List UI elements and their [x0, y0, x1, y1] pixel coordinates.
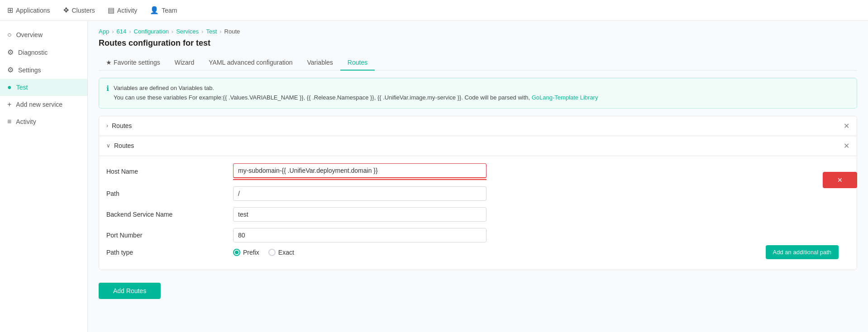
nav-clusters-label: Clusters: [72, 7, 95, 14]
tab-variables[interactable]: Variables: [300, 55, 340, 71]
page-title: Routes configuration for test: [99, 38, 857, 48]
red-x-button[interactable]: ✕: [823, 172, 857, 188]
chevron-right-icon: ›: [106, 123, 108, 129]
nav-clusters[interactable]: ❖ Clusters: [63, 4, 95, 16]
nav-activity[interactable]: ▤ Activity: [108, 4, 137, 16]
info-icon: ℹ: [106, 84, 109, 93]
sidebar-activity-icon: ≡: [7, 118, 11, 126]
radio-exact-label: Exact: [278, 249, 294, 256]
routes-container: › Routes ✕ ∨ Routes ✕: [99, 116, 857, 270]
routes-label-1: Routes: [112, 122, 132, 129]
sidebar-settings-label: Settings: [18, 66, 41, 74]
radio-prefix-circle: [233, 249, 240, 256]
breadcrumb-app[interactable]: App: [99, 28, 109, 35]
main-layout: ○ Overview ⚙ Diagnostic ⚙ Settings ● Tes…: [0, 21, 868, 332]
pathtype-row: Path type Prefix Exact: [106, 249, 849, 256]
backend-label: Backend Service Name: [106, 211, 233, 218]
path-input-wrap: [233, 186, 486, 201]
sidebar-item-overview[interactable]: ○ Overview: [0, 26, 87, 43]
radio-group: Prefix Exact: [233, 249, 486, 256]
backend-input[interactable]: [233, 207, 486, 222]
pathtype-label: Path type: [106, 249, 233, 256]
footer-row: Add Routes: [99, 277, 857, 304]
close-routes-1-button[interactable]: ✕: [844, 122, 849, 130]
settings-icon: ⚙: [7, 66, 14, 74]
path-input[interactable]: [233, 186, 486, 201]
sidebar-activity-label: Activity: [16, 118, 36, 125]
diagnostic-icon: ⚙: [7, 48, 14, 57]
applications-icon: ⊞: [7, 6, 13, 14]
radio-exact[interactable]: Exact: [268, 249, 294, 256]
sidebar-test-label: Test: [16, 84, 28, 91]
nav-applications-label: Applications: [16, 7, 50, 14]
tab-favorite-settings[interactable]: ★ Favorite settings: [99, 55, 167, 71]
tabs-bar: ★ Favorite settings Wizard YAML advanced…: [99, 55, 857, 71]
port-input[interactable]: [233, 228, 486, 242]
sidebar-item-diagnostic[interactable]: ⚙ Diagnostic: [0, 43, 87, 61]
sidebar-overview-label: Overview: [16, 31, 43, 38]
activity-icon: ▤: [108, 6, 114, 14]
port-label: Port Number: [106, 232, 233, 239]
hostname-row: Host Name: [106, 163, 849, 180]
team-icon: 👤: [150, 6, 159, 14]
sidebar: ○ Overview ⚙ Diagnostic ⚙ Settings ● Tes…: [0, 21, 88, 332]
hostname-input[interactable]: [233, 163, 486, 178]
route-form: Host Name Path: [99, 156, 857, 270]
favorite-star-icon: ★: [106, 59, 112, 66]
sidebar-diagnostic-label: Diagnostic: [18, 49, 48, 56]
path-label: Path: [106, 190, 233, 197]
overview-icon: ○: [7, 31, 12, 39]
breadcrumb-configuration[interactable]: Configuration: [134, 28, 169, 35]
test-icon: ●: [7, 83, 12, 91]
breadcrumb-614[interactable]: 614: [116, 28, 126, 35]
radio-exact-circle: [268, 249, 276, 256]
sidebar-add-service-label: Add new service: [16, 101, 62, 108]
info-box: ℹ Variables are defined on Variables tab…: [99, 78, 857, 109]
breadcrumb-route: Route: [224, 28, 240, 35]
info-text: Variables are defined on Variables tab. …: [114, 84, 598, 103]
backend-row: Backend Service Name: [106, 207, 849, 222]
tab-yaml[interactable]: YAML advanced configuration: [201, 55, 300, 71]
backend-input-wrap: [233, 207, 486, 222]
tab-wizard[interactable]: Wizard: [167, 55, 202, 71]
routes-row-2-header[interactable]: ∨ Routes ✕: [99, 136, 857, 156]
content-area: App › 614 › Configuration › Services › T…: [88, 21, 868, 332]
clusters-icon: ❖: [63, 6, 69, 14]
add-routes-button[interactable]: Add Routes: [99, 283, 161, 299]
tab-routes[interactable]: Routes: [340, 55, 375, 71]
sidebar-item-add-new-service[interactable]: + Add new service: [0, 96, 87, 113]
close-routes-2-button[interactable]: ✕: [844, 142, 849, 150]
nav-applications[interactable]: ⊞ Applications: [7, 4, 50, 16]
radio-prefix[interactable]: Prefix: [233, 249, 259, 256]
path-row: Path: [106, 186, 849, 201]
breadcrumb-test[interactable]: Test: [206, 28, 217, 35]
nav-team[interactable]: 👤 Team: [150, 4, 177, 16]
info-line2: You can use these variables For example:…: [114, 93, 598, 103]
sidebar-item-activity[interactable]: ≡ Activity: [0, 113, 87, 130]
routes-row-collapsed[interactable]: › Routes ✕: [99, 116, 857, 136]
add-additional-path-button[interactable]: Add an additional path: [766, 245, 839, 259]
nav-activity-label: Activity: [117, 7, 137, 14]
port-row: Port Number: [106, 228, 849, 242]
pathtype-options: Prefix Exact: [233, 249, 486, 256]
routes-label-2: Routes: [114, 142, 134, 149]
top-nav: ⊞ Applications ❖ Clusters ▤ Activity 👤 T…: [0, 0, 868, 21]
golang-template-link[interactable]: GoLang-Template Library: [532, 94, 598, 101]
sidebar-item-settings[interactable]: ⚙ Settings: [0, 61, 87, 79]
sidebar-item-test[interactable]: ● Test: [0, 79, 87, 96]
nav-team-label: Team: [162, 7, 177, 14]
info-line1: Variables are defined on Variables tab.: [114, 84, 598, 93]
breadcrumb-services[interactable]: Services: [176, 28, 199, 35]
chevron-down-icon: ∨: [106, 142, 110, 149]
radio-prefix-label: Prefix: [243, 249, 259, 256]
hostname-error-line: [233, 179, 486, 180]
port-input-wrap: [233, 228, 486, 242]
routes-row-expanded: ∨ Routes ✕ Host Name: [99, 136, 857, 270]
hostname-label: Host Name: [106, 168, 233, 175]
hostname-input-wrap: [233, 163, 486, 180]
breadcrumb: App › 614 › Configuration › Services › T…: [99, 28, 857, 35]
add-service-icon: +: [7, 100, 11, 109]
